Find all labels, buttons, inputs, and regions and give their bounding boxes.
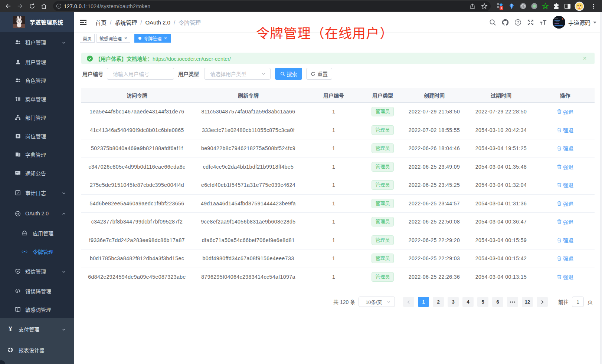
- svg-text:9: 9: [501, 7, 503, 10]
